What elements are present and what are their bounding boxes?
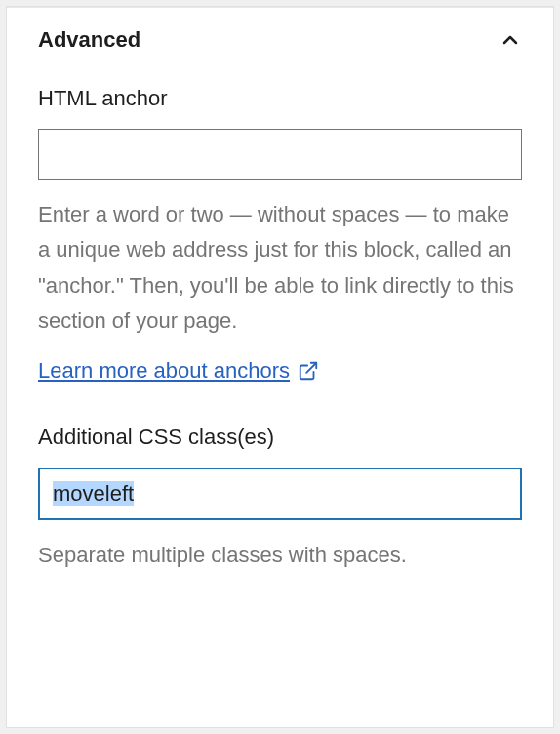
html-anchor-field: HTML anchor Enter a word or two — withou… (38, 86, 522, 384)
html-anchor-help: Enter a word or two — without spaces — t… (38, 197, 522, 339)
link-text: Learn more about anchors (38, 358, 290, 384)
css-classes-field: Additional CSS class(es) moveleft Separa… (38, 425, 522, 573)
advanced-panel: Advanced HTML anchor Enter a word or two… (6, 6, 554, 728)
external-link-icon (298, 360, 319, 382)
css-classes-value: moveleft (53, 481, 134, 506)
css-classes-label: Additional CSS class(es) (38, 425, 522, 450)
html-anchor-label: HTML anchor (38, 86, 522, 111)
css-classes-input[interactable]: moveleft (38, 468, 522, 520)
svg-line-0 (306, 363, 316, 373)
html-anchor-input[interactable] (38, 129, 522, 180)
learn-more-anchors-link[interactable]: Learn more about anchors (38, 358, 319, 384)
css-classes-help: Separate multiple classes with spaces. (38, 538, 522, 573)
panel-toggle[interactable]: Advanced (7, 7, 553, 72)
panel-title: Advanced (38, 27, 140, 53)
chevron-up-icon (499, 28, 522, 52)
panel-body: HTML anchor Enter a word or two — withou… (7, 72, 553, 602)
